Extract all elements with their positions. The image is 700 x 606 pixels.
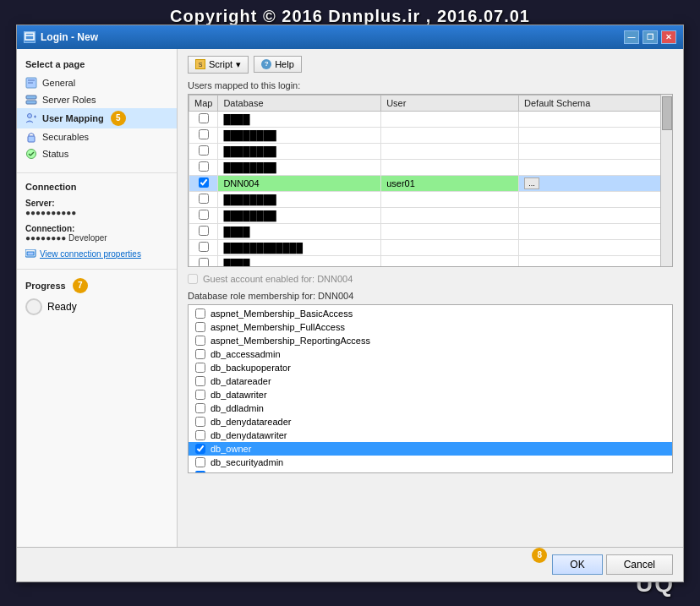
row-checkbox[interactable] — [199, 210, 209, 220]
schema-ellipsis-button[interactable]: ... — [524, 177, 539, 189]
table-row[interactable]: ████████ — [189, 191, 672, 207]
role-list-item[interactable]: aspnet_Membership_BasicAccess — [189, 307, 672, 320]
row-schema — [519, 159, 672, 175]
row-checkbox-cell — [189, 175, 218, 191]
role-checkbox[interactable] — [195, 457, 205, 467]
user-map-table-inner[interactable]: Map Database User Default Schema ███████… — [189, 95, 672, 266]
bottom-bar: 8 OK Cancel — [17, 547, 683, 581]
table-row[interactable]: ████ — [189, 255, 672, 266]
connection-info: Connection: ●●●●●●●● Developer — [17, 221, 177, 246]
sidebar-item-server-roles-label: Server Roles — [42, 95, 96, 105]
scrollbar-thumb[interactable] — [662, 96, 672, 130]
col-user: User — [381, 95, 519, 111]
role-list-item[interactable]: db_denydatawriter — [189, 429, 672, 442]
ok-badge: 8 — [532, 548, 547, 563]
role-list[interactable]: aspnet_Membership_BasicAccessaspnet_Memb… — [188, 304, 673, 473]
table-row[interactable]: ████████ — [189, 127, 672, 143]
role-label: public — [211, 471, 235, 473]
row-checkbox[interactable] — [199, 242, 209, 252]
server-roles-icon — [25, 94, 37, 106]
row-user — [381, 255, 519, 266]
row-checkbox[interactable] — [199, 113, 209, 123]
table-row[interactable]: ████ — [189, 223, 672, 239]
sidebar-item-status-label: Status — [42, 149, 68, 159]
col-database: Database — [218, 95, 381, 111]
table-row[interactable]: ████████ — [189, 159, 672, 175]
connection-title: Connection — [17, 180, 177, 195]
role-list-item[interactable]: db_denydatareader — [189, 415, 672, 429]
role-checkbox[interactable] — [195, 471, 205, 473]
row-user — [381, 143, 519, 159]
role-list-item[interactable]: db_owner — [189, 442, 672, 456]
role-label: db_denydatawriter — [211, 430, 287, 440]
role-checkbox[interactable] — [195, 376, 205, 386]
sidebar-item-securables[interactable]: Securables — [17, 128, 177, 145]
view-connection-link[interactable]: View connection properties — [25, 249, 168, 259]
role-list-item[interactable]: public — [189, 469, 672, 473]
row-checkbox[interactable] — [199, 177, 209, 188]
role-checkbox[interactable] — [195, 390, 205, 400]
select-page-label: Select a page — [17, 56, 177, 74]
sidebar-item-user-mapping[interactable]: User Mapping 5 — [17, 108, 177, 128]
row-checkbox[interactable] — [199, 145, 209, 156]
role-list-item[interactable]: db_accessadmin — [189, 347, 672, 361]
row-schema — [519, 143, 672, 159]
titlebar-left: Login - New — [24, 31, 98, 43]
role-list-item[interactable]: db_datawriter — [189, 388, 672, 401]
role-checkbox[interactable] — [195, 403, 205, 413]
table-row[interactable]: ████████ — [189, 143, 672, 159]
sidebar-item-server-roles[interactable]: Server Roles — [17, 91, 177, 108]
row-checkbox[interactable] — [199, 194, 209, 204]
help-label: Help — [275, 59, 294, 69]
role-checkbox[interactable] — [195, 417, 205, 427]
user-mapping-badge: 5 — [111, 111, 126, 126]
ok-button[interactable]: OK — [552, 554, 602, 575]
role-label: db_denydatareader — [211, 417, 291, 427]
help-button[interactable]: ? Help — [254, 56, 302, 73]
role-checkbox[interactable] — [195, 336, 205, 346]
table-row[interactable]: ████████ — [189, 207, 672, 223]
script-icon: S — [195, 59, 205, 69]
row-checkbox-cell — [189, 255, 218, 266]
role-checkbox[interactable] — [195, 349, 205, 359]
role-checkbox[interactable] — [195, 430, 205, 440]
minimize-button[interactable]: — — [624, 30, 639, 44]
role-checkbox[interactable] — [195, 308, 205, 319]
row-checkbox[interactable] — [199, 226, 209, 236]
sidebar-item-status[interactable]: Status — [17, 145, 177, 162]
main-panel: S Script ▾ ? Help Users mapped to this l… — [178, 49, 683, 547]
role-list-item[interactable]: db_datareader — [189, 374, 672, 388]
script-button[interactable]: S Script ▾ — [188, 56, 249, 74]
table-row[interactable]: ████ — [189, 111, 672, 127]
role-checkbox[interactable] — [195, 363, 205, 373]
svg-point-7 — [28, 113, 32, 117]
close-button[interactable]: ✕ — [661, 30, 676, 44]
role-list-item[interactable]: db_ddladmin — [189, 401, 672, 415]
connection-link-label: View connection properties — [40, 249, 141, 259]
sidebar-item-securables-label: Securables — [42, 132, 89, 142]
guest-account-checkbox[interactable] — [188, 274, 198, 284]
svg-rect-6 — [26, 101, 36, 104]
role-checkbox[interactable] — [195, 322, 205, 332]
table-scrollbar[interactable] — [660, 95, 672, 266]
connection-label: Connection: — [25, 224, 168, 233]
row-checkbox[interactable] — [199, 161, 209, 172]
guest-account-row: Guest account enabled for: DNN004 — [188, 270, 673, 287]
row-database: ████████████ — [218, 239, 381, 255]
role-list-item[interactable]: db_securityadmin — [189, 456, 672, 469]
content-area: Select a page General Server Roles User … — [17, 49, 683, 547]
row-database: ████ — [218, 223, 381, 239]
role-list-item[interactable]: db_backupoperator — [189, 361, 672, 374]
help-icon: ? — [261, 59, 271, 69]
role-list-item[interactable]: aspnet_Membership_ReportingAccess — [189, 334, 672, 347]
restore-button[interactable]: ❐ — [643, 30, 658, 44]
table-row[interactable]: ████████████ — [189, 239, 672, 255]
row-checkbox[interactable] — [199, 129, 209, 139]
sidebar-item-general[interactable]: General — [17, 74, 177, 91]
role-checkbox[interactable] — [195, 444, 205, 454]
role-list-item[interactable]: aspnet_Membership_FullAccess — [189, 320, 672, 334]
table-row[interactable]: DNN004user01... — [189, 175, 672, 191]
cancel-button[interactable]: Cancel — [606, 554, 673, 575]
row-user — [381, 239, 519, 255]
row-checkbox[interactable] — [199, 258, 209, 266]
